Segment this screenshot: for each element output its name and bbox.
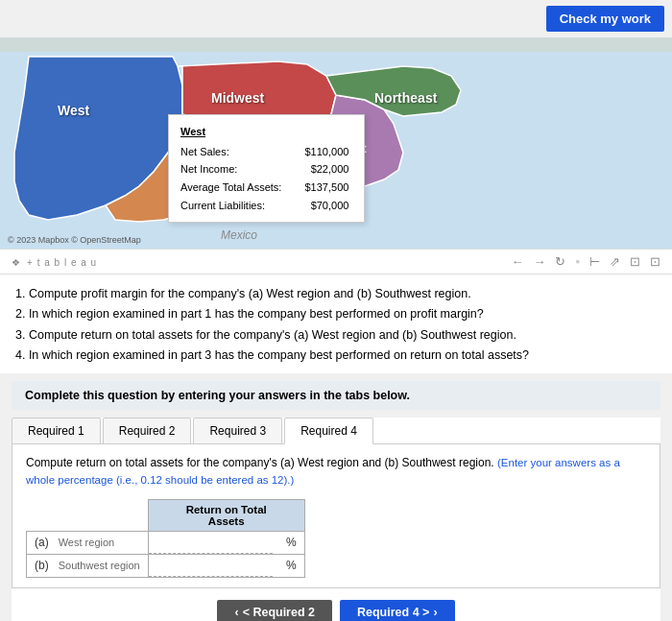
question-3: 3. Compute return on total assets for th…	[15, 325, 657, 346]
map-tooltip: West Net Sales: $110,000 Net Income: $22…	[168, 114, 365, 223]
tooltip-net-income-value: $22,000	[285, 160, 352, 179]
tooltip-net-sales-label: Net Sales:	[180, 143, 285, 161]
tab-required3[interactable]: Required 3	[193, 418, 282, 443]
question-2: 2. In which region examined in part 1 ha…	[15, 304, 657, 324]
tooltip-avg-assets-label: Average Total Assets:	[180, 179, 285, 197]
instructions-text: Complete this question by entering your …	[25, 389, 410, 402]
west-input-cell: %	[148, 531, 304, 554]
sw-label-b: (b)	[35, 559, 55, 572]
tooltip-avg-assets-value: $137,500	[285, 179, 352, 197]
tab-required2[interactable]: Required 2	[103, 418, 192, 443]
refresh-icon[interactable]: ↻	[555, 254, 565, 269]
check-my-work-button[interactable]: Check my work	[546, 6, 664, 32]
mexico-label: Mexico	[221, 228, 257, 242]
fullscreen-icon[interactable]: ⊡	[650, 254, 660, 269]
arrow-right-icon[interactable]: →	[533, 254, 545, 269]
map-copyright: © 2023 Mapbox © OpenStreetMap	[8, 235, 141, 245]
tab4-desc-text: Compute return on total assets for the c…	[26, 456, 494, 469]
tableau-dots: ❖	[12, 257, 21, 268]
west-region-label: West	[58, 103, 89, 118]
table-row-west: (a) West region %	[27, 531, 305, 554]
tooltip-curr-liab-value: $70,000	[285, 197, 352, 215]
west-pct-sign: %	[286, 536, 297, 549]
northeast-region-label: Northeast	[374, 90, 437, 106]
midwest-region-label: Midwest	[211, 90, 264, 106]
question-1: 1. Compute profit margin for the company…	[15, 284, 657, 304]
tooltip-title: West	[180, 123, 352, 141]
tableau-logo: ❖ + t a b l e a u	[12, 256, 99, 268]
map-container: Mexico st West Midwest Northeast West Ne…	[0, 37, 672, 249]
prev-arrow-icon: ‹	[234, 606, 238, 619]
tab-required1[interactable]: Required 1	[12, 418, 101, 443]
tooltip-curr-liab-label: Current Liabilities:	[180, 197, 285, 215]
table-row-southwest: (b) Southwest region %	[27, 554, 305, 577]
questions-section: 1. Compute profit margin for the company…	[0, 275, 672, 373]
arrow-left-icon[interactable]: ←	[511, 254, 523, 269]
empty-header	[27, 499, 149, 531]
back-icon[interactable]: ⊢	[589, 254, 600, 269]
comment-icon[interactable]: ⊡	[630, 254, 640, 269]
tab-required4-content: Compute return on total assets for the c…	[12, 444, 660, 588]
return-on-assets-header: Return on TotalAssets	[148, 499, 304, 531]
instructions-box: Complete this question by entering your …	[12, 381, 660, 410]
separator: ▪	[575, 254, 580, 269]
nav-buttons: ‹ < Required 2 Required 4 > ›	[23, 588, 649, 622]
west-roa-input[interactable]	[149, 532, 274, 554]
southwest-region-cell: (b) Southwest region	[27, 554, 149, 577]
next-required4-button[interactable]: Required 4 > ›	[340, 600, 455, 622]
tooltip-net-income-label: Net Income:	[180, 160, 285, 179]
tab4-description: Compute return on total assets for the c…	[26, 454, 646, 490]
tableau-text: + t a b l e a u	[27, 257, 97, 268]
tab-required4[interactable]: Required 4	[284, 418, 373, 444]
prev-btn-label: < Required 2	[243, 606, 315, 619]
share-icon[interactable]: ⇗	[610, 254, 620, 269]
sw-pct-sign: %	[286, 559, 297, 572]
next-arrow-icon: ›	[433, 606, 437, 619]
tableau-icon-group: ← → ↻ ▪ ⊢ ⇗ ⊡ ⊡	[511, 254, 660, 269]
tabs-row: Required 1 Required 2 Required 3 Require…	[12, 418, 660, 444]
west-sublabel: West region	[59, 537, 115, 548]
tabs-container: Required 1 Required 2 Required 3 Require…	[12, 418, 660, 621]
southwest-input-cell: %	[148, 554, 304, 577]
sw-sublabel: Southwest region	[59, 560, 140, 571]
tooltip-net-sales-value: $110,000	[285, 143, 352, 161]
prev-required2-button[interactable]: ‹ < Required 2	[217, 600, 332, 622]
southwest-roa-input[interactable]	[149, 555, 274, 577]
next-btn-label: Required 4 >	[357, 606, 429, 619]
svg-rect-6	[0, 37, 672, 52]
tableau-bar: ❖ + t a b l e a u ← → ↻ ▪ ⊢ ⇗ ⊡ ⊡	[0, 249, 672, 275]
west-label-a: (a)	[35, 536, 55, 549]
question-4: 4. In which region examined in part 3 ha…	[15, 346, 657, 366]
west-region-cell: (a) West region	[27, 531, 149, 554]
return-on-assets-table: Return on TotalAssets (a) West region %	[26, 499, 305, 578]
top-bar: Check my work	[0, 0, 672, 37]
